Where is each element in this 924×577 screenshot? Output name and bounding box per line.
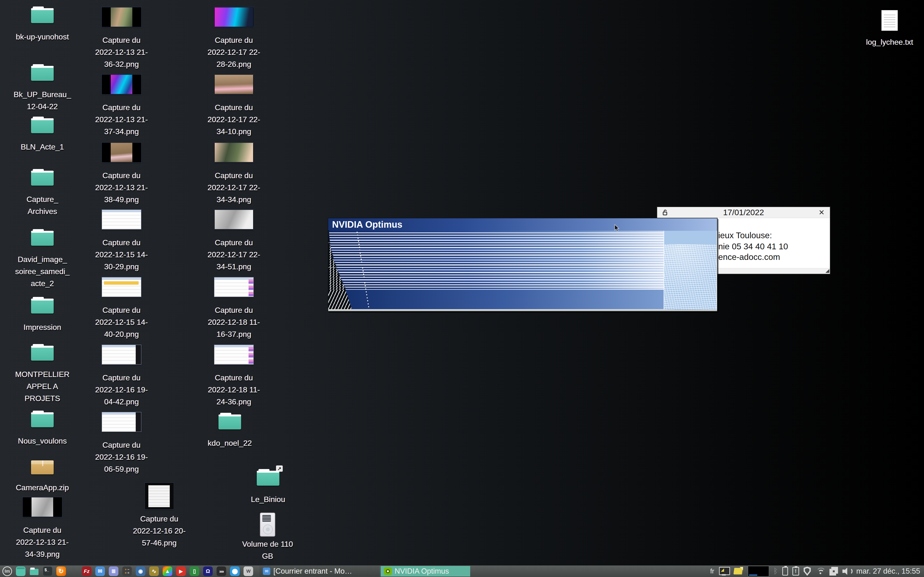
media-player-icon[interactable]: ▶ — [176, 566, 186, 576]
desktop-icon-kdo-noel-22[interactable]: kdo_noel_22 — [194, 412, 266, 449]
folder-icon — [218, 416, 241, 429]
taskbutton-label: [Courrier entrant - Mo… — [273, 567, 352, 575]
image-thumbnail — [145, 483, 174, 509]
image-thumbnail — [102, 143, 141, 162]
task-mail-button[interactable]: ✉[Courrier entrant - Mo… — [259, 566, 379, 577]
display-icon[interactable] — [719, 566, 729, 576]
bluetooth-icon[interactable]: ᛒ — [773, 567, 778, 575]
desktop-icon-label: log_lychee.txt — [866, 36, 913, 48]
clipboard-icon[interactable]: ! — [792, 567, 799, 575]
video-app-icon[interactable]: »» — [216, 566, 226, 576]
filezilla-icon[interactable]: Fz — [82, 566, 91, 576]
keyboard-layout-indicator[interactable]: fr — [710, 567, 714, 575]
taskbutton-label: NVIDIA Optimus — [395, 567, 449, 575]
calculator-icon[interactable]: + −× = — [122, 566, 132, 576]
note-text-line: ence-adocc.com — [718, 252, 780, 262]
preview-icon[interactable] — [748, 566, 769, 577]
desktop-icon-bln-acte-1[interactable]: BLN_Acte_1 — [6, 116, 78, 153]
scanner-app-icon[interactable]: ▯ — [190, 566, 199, 576]
color-gradient-app-icon[interactable]: ▲ — [163, 566, 172, 576]
shortcut-arrow-icon: ↗ — [276, 466, 283, 472]
firefox-icon[interactable]: ↻ — [56, 566, 66, 576]
folder-icon — [31, 413, 54, 427]
battery-icon[interactable] — [782, 567, 788, 575]
desktop-icon-capture-21-37-34[interactable]: Capture du2022-12-13 21-37-34.png — [86, 74, 158, 137]
desktop-icon-volume-110gb[interactable]: Volume de 110GB — [231, 512, 304, 562]
folder-icon: ↗ — [257, 472, 279, 486]
image-thumbnail — [23, 497, 62, 517]
image-thumbnail — [102, 7, 141, 27]
drive-icon — [260, 513, 275, 537]
desktop-icon-log-lychee-txt[interactable]: log_lychee.txt — [853, 10, 924, 48]
wifi-icon[interactable] — [816, 567, 825, 575]
desktop-icon-nous-voulons[interactable]: Nous_voulons — [6, 410, 78, 447]
window-titlebar[interactable]: NVIDIA Optimus — [328, 218, 717, 231]
close-icon[interactable]: ✕ — [819, 208, 825, 217]
wave-app-icon[interactable]: W — [244, 566, 253, 576]
image-thumbnail — [214, 143, 254, 162]
desktop-icon-david-image[interactable]: David_image_soiree_samedi_acte_2 — [6, 228, 78, 290]
mail-client-icon[interactable]: ✉ — [95, 566, 105, 576]
resize-grip-icon[interactable]: ◢ — [825, 268, 829, 273]
desktop-icon-capture-22-34-51[interactable]: Capture du2022-12-17 22-34-51.png — [198, 210, 270, 272]
notes-icon[interactable] — [733, 567, 743, 575]
desktop-icon-capture-14-40-20[interactable]: Capture du2022-12-15 14-40-20.png — [86, 277, 158, 340]
folder-icon — [31, 119, 54, 133]
desktop-icon-cameraapp-zip[interactable]: CameraApp.zip — [6, 458, 78, 493]
desktop-icon-capture-20-57-46[interactable]: Capture du2022-12-16 20-57-46.png — [123, 483, 195, 549]
image-thumbnail — [102, 412, 141, 432]
image-thumbnail — [102, 210, 141, 229]
desktop-icon-impression[interactable]: Impression — [6, 296, 78, 333]
desktop-icon-label: Volume de 110GB — [242, 538, 293, 562]
desktop-icon-capture-22-34-34[interactable]: Capture du2022-12-17 22-34-34.png — [198, 143, 270, 206]
sticky-note-date: 17/01/2022 — [657, 208, 830, 217]
desktop-icon-label: David_image_soiree_samedi_acte_2 — [15, 253, 69, 290]
desktop-icon-capture-21-36-32[interactable]: Capture du2022-12-13 21-36-32.png — [86, 7, 158, 70]
drop-app-icon[interactable]: ⬤ — [230, 566, 240, 576]
shield-icon[interactable] — [803, 567, 811, 576]
desktop-icon-capture-archives[interactable]: Capture_Archives — [6, 168, 78, 218]
task-nvidia-button[interactable]: NVIDIA Optimus — [381, 566, 470, 577]
documents-app-icon[interactable]: ≣ — [109, 566, 118, 576]
desktop-icon-capture-22-34-10[interactable]: Capture du2022-12-17 22-34-10.png — [198, 74, 270, 137]
desktop-icon-capture-19-06-59[interactable]: Capture du2022-12-16 19-06-59.png — [86, 412, 158, 475]
sticky-note-titlebar[interactable]: 17/01/2022 ✕ — [657, 207, 830, 218]
camera-app-icon[interactable]: ◉ — [136, 566, 145, 576]
archive-icon — [31, 460, 54, 474]
desktop-icon-label: Impression — [24, 321, 61, 333]
audio-app-icon[interactable]: Ω — [203, 566, 213, 576]
volume-icon[interactable] — [842, 567, 853, 575]
image-thumbnail — [214, 277, 254, 297]
note-text-line: nie 05 34 40 41 10 — [718, 242, 788, 251]
file-manager-icon[interactable] — [29, 566, 39, 576]
clock[interactable]: mar. 27 déc., 15:55 — [856, 567, 920, 575]
window-glitch-right-panel — [664, 231, 717, 309]
desktop-icon-capture-21-38-49[interactable]: Capture du2022-12-13 21-38-49.png — [86, 143, 158, 206]
desktop-icon-capture-11-16-37[interactable]: Capture du2022-12-18 11-16-37.png — [198, 277, 270, 340]
image-thumbnail — [102, 345, 141, 364]
desktop-icon-label: Capture du2022-12-13 21-38-49.png — [95, 169, 148, 206]
desktop-icon-capture-22-28-26[interactable]: Capture du2022-12-17 22-28-26.png — [198, 7, 270, 70]
desktop-icon-bk-up-yunohost[interactable]: bk-up-yunohost — [6, 6, 78, 43]
note-text-line: ieux Toulouse: — [718, 230, 772, 240]
desktop-icon-label: Capture du2022-12-17 22-34-34.png — [208, 169, 260, 206]
desktop-icon-capture-21-34-39[interactable]: Capture du2022-12-13 21-34-39.png — [6, 497, 78, 560]
gpu-icon[interactable] — [829, 567, 838, 575]
nvidia-optimus-window[interactable]: NVIDIA Optimus — [328, 218, 717, 311]
desktop-icon-bk-up-bureau[interactable]: Bk_UP_Bureau_12-04-22 — [6, 63, 78, 113]
desktop-icon-capture-19-04-42[interactable]: Capture du2022-12-16 19-04-42.png — [86, 345, 158, 408]
terminal-icon[interactable]: $_ — [43, 566, 52, 576]
mint-menu-icon[interactable]: lm — [2, 566, 12, 576]
desktop-icon-capture-11-24-36[interactable]: Capture du2022-12-18 11-24-36.png — [198, 345, 270, 408]
desktop-icon-le-biniou[interactable]: ↗Le_Biniou — [232, 468, 304, 505]
desktop-icon-label: Capture du2022-12-18 11-16-37.png — [208, 304, 260, 340]
desktop-icon-label: Nous_voulons — [18, 435, 67, 447]
desktop-icon-montpellier[interactable]: MONTPELLIERAPPEL APROJETS — [6, 343, 78, 405]
show-desktop-icon[interactable] — [16, 566, 26, 576]
power-plug-app-icon[interactable]: ∿ — [149, 566, 159, 576]
desktop-icon-label: Bk_UP_Bureau_12-04-22 — [14, 89, 71, 113]
unlock-icon[interactable] — [662, 210, 668, 216]
mail-icon: ✉ — [263, 567, 270, 575]
desktop-icon-capture-14-30-29[interactable]: Capture du2022-12-15 14-30-29.png — [86, 210, 158, 272]
folder-icon — [31, 9, 54, 23]
